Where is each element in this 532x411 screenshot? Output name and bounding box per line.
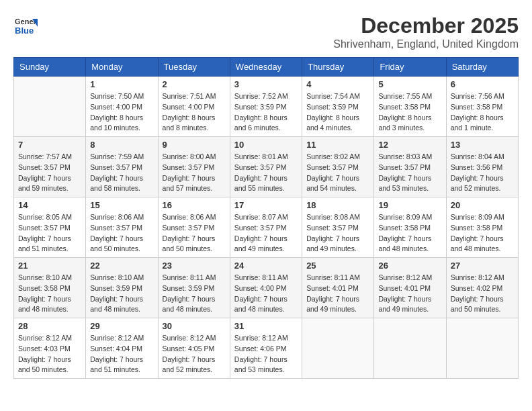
col-header-friday: Friday bbox=[374, 58, 446, 77]
day-info: Sunrise: 8:12 AMSunset: 4:05 PMDaylight:… bbox=[163, 333, 226, 375]
day-info: Sunrise: 8:10 AMSunset: 3:59 PMDaylight:… bbox=[90, 273, 153, 315]
calendar-cell bbox=[14, 77, 86, 137]
calendar-cell: 14Sunrise: 8:05 AMSunset: 3:57 PMDayligh… bbox=[14, 197, 86, 258]
day-number: 18 bbox=[306, 200, 369, 210]
day-info: Sunrise: 7:56 AMSunset: 3:58 PMDaylight:… bbox=[451, 91, 514, 134]
calendar-cell: 27Sunrise: 8:12 AMSunset: 4:02 PMDayligh… bbox=[446, 258, 518, 318]
calendar-cell: 4Sunrise: 7:54 AMSunset: 3:59 PMDaylight… bbox=[302, 77, 374, 137]
day-number: 6 bbox=[451, 79, 514, 89]
day-info: Sunrise: 8:11 AMSunset: 4:01 PMDaylight:… bbox=[306, 273, 369, 315]
calendar-cell: 13Sunrise: 8:04 AMSunset: 3:56 PMDayligh… bbox=[446, 137, 518, 197]
title-block: December 2025 Shrivenham, England, Unite… bbox=[333, 13, 519, 50]
calendar-cell: 21Sunrise: 8:10 AMSunset: 3:58 PMDayligh… bbox=[14, 258, 86, 318]
day-info: Sunrise: 8:09 AMSunset: 3:58 PMDaylight:… bbox=[451, 212, 514, 255]
day-info: Sunrise: 7:54 AMSunset: 3:59 PMDaylight:… bbox=[306, 91, 369, 134]
calendar-cell: 31Sunrise: 8:12 AMSunset: 4:06 PMDayligh… bbox=[230, 318, 302, 379]
day-number: 29 bbox=[90, 321, 153, 331]
day-info: Sunrise: 8:00 AMSunset: 3:57 PMDaylight:… bbox=[163, 152, 226, 194]
day-number: 23 bbox=[163, 261, 226, 271]
calendar-cell: 12Sunrise: 8:03 AMSunset: 3:57 PMDayligh… bbox=[374, 137, 446, 197]
day-number: 12 bbox=[378, 140, 441, 150]
calendar-cell bbox=[446, 318, 518, 379]
calendar-cell bbox=[302, 318, 374, 379]
calendar-cell bbox=[374, 318, 446, 379]
calendar-cell: 19Sunrise: 8:09 AMSunset: 3:58 PMDayligh… bbox=[374, 197, 446, 258]
calendar-cell: 2Sunrise: 7:51 AMSunset: 4:00 PMDaylight… bbox=[158, 77, 230, 137]
calendar-cell: 20Sunrise: 8:09 AMSunset: 3:58 PMDayligh… bbox=[446, 197, 518, 258]
day-number: 4 bbox=[306, 79, 369, 89]
day-number: 20 bbox=[451, 200, 514, 210]
day-number: 9 bbox=[163, 140, 226, 150]
day-number: 16 bbox=[163, 200, 226, 210]
day-info: Sunrise: 8:07 AMSunset: 3:57 PMDaylight:… bbox=[234, 212, 298, 255]
calendar-cell: 6Sunrise: 7:56 AMSunset: 3:58 PMDaylight… bbox=[446, 77, 518, 137]
day-info: Sunrise: 8:11 AMSunset: 3:59 PMDaylight:… bbox=[163, 273, 226, 315]
calendar-cell: 7Sunrise: 7:57 AMSunset: 3:57 PMDaylight… bbox=[14, 137, 86, 197]
day-info: Sunrise: 8:04 AMSunset: 3:56 PMDaylight:… bbox=[451, 152, 514, 194]
day-number: 2 bbox=[163, 79, 226, 89]
calendar-cell: 26Sunrise: 8:12 AMSunset: 4:01 PMDayligh… bbox=[374, 258, 446, 318]
day-number: 3 bbox=[234, 79, 298, 89]
day-number: 21 bbox=[18, 261, 81, 271]
day-number: 24 bbox=[234, 261, 298, 271]
calendar-cell: 29Sunrise: 8:12 AMSunset: 4:04 PMDayligh… bbox=[86, 318, 158, 379]
day-number: 27 bbox=[451, 261, 514, 271]
calendar-cell: 8Sunrise: 7:59 AMSunset: 3:57 PMDaylight… bbox=[86, 137, 158, 197]
day-info: Sunrise: 7:52 AMSunset: 3:59 PMDaylight:… bbox=[234, 91, 298, 134]
calendar-cell: 3Sunrise: 7:52 AMSunset: 3:59 PMDaylight… bbox=[230, 77, 302, 137]
day-info: Sunrise: 8:01 AMSunset: 3:57 PMDaylight:… bbox=[234, 152, 298, 194]
day-number: 8 bbox=[90, 140, 153, 150]
day-info: Sunrise: 8:06 AMSunset: 3:57 PMDaylight:… bbox=[163, 212, 226, 255]
col-header-tuesday: Tuesday bbox=[158, 58, 230, 77]
day-info: Sunrise: 8:09 AMSunset: 3:58 PMDaylight:… bbox=[378, 212, 441, 255]
calendar-cell: 22Sunrise: 8:10 AMSunset: 3:59 PMDayligh… bbox=[86, 258, 158, 318]
svg-text:Blue: Blue bbox=[15, 26, 34, 36]
col-header-wednesday: Wednesday bbox=[230, 58, 302, 77]
calendar-cell: 15Sunrise: 8:06 AMSunset: 3:57 PMDayligh… bbox=[86, 197, 158, 258]
calendar-cell: 24Sunrise: 8:11 AMSunset: 4:00 PMDayligh… bbox=[230, 258, 302, 318]
day-number: 17 bbox=[234, 200, 298, 210]
col-header-saturday: Saturday bbox=[446, 58, 518, 77]
day-number: 5 bbox=[378, 79, 441, 89]
day-number: 19 bbox=[378, 200, 441, 210]
day-info: Sunrise: 8:10 AMSunset: 3:58 PMDaylight:… bbox=[18, 273, 81, 315]
day-info: Sunrise: 8:03 AMSunset: 3:57 PMDaylight:… bbox=[378, 152, 441, 194]
day-number: 14 bbox=[18, 200, 81, 210]
day-number: 22 bbox=[90, 261, 153, 271]
day-info: Sunrise: 7:55 AMSunset: 3:58 PMDaylight:… bbox=[378, 91, 441, 134]
page-header: General Blue December 2025 Shrivenham, E… bbox=[13, 13, 519, 50]
day-info: Sunrise: 7:51 AMSunset: 4:00 PMDaylight:… bbox=[163, 91, 226, 134]
day-number: 31 bbox=[234, 321, 298, 331]
day-info: Sunrise: 8:06 AMSunset: 3:57 PMDaylight:… bbox=[90, 212, 153, 255]
calendar-cell: 23Sunrise: 8:11 AMSunset: 3:59 PMDayligh… bbox=[158, 258, 230, 318]
day-info: Sunrise: 8:12 AMSunset: 4:03 PMDaylight:… bbox=[18, 333, 81, 375]
day-number: 7 bbox=[18, 140, 81, 150]
logo: General Blue bbox=[13, 13, 40, 38]
col-header-sunday: Sunday bbox=[14, 58, 86, 77]
day-info: Sunrise: 8:08 AMSunset: 3:57 PMDaylight:… bbox=[306, 212, 369, 255]
calendar-table: SundayMondayTuesdayWednesdayThursdayFrid… bbox=[13, 57, 519, 379]
day-info: Sunrise: 8:12 AMSunset: 4:02 PMDaylight:… bbox=[451, 273, 514, 315]
day-number: 10 bbox=[234, 140, 298, 150]
day-info: Sunrise: 7:50 AMSunset: 4:00 PMDaylight:… bbox=[90, 91, 153, 134]
day-info: Sunrise: 7:59 AMSunset: 3:57 PMDaylight:… bbox=[90, 152, 153, 194]
calendar-cell: 28Sunrise: 8:12 AMSunset: 4:03 PMDayligh… bbox=[14, 318, 86, 379]
day-info: Sunrise: 8:12 AMSunset: 4:04 PMDaylight:… bbox=[90, 333, 153, 375]
calendar-cell: 10Sunrise: 8:01 AMSunset: 3:57 PMDayligh… bbox=[230, 137, 302, 197]
day-info: Sunrise: 7:57 AMSunset: 3:57 PMDaylight:… bbox=[18, 152, 81, 194]
calendar-cell: 9Sunrise: 8:00 AMSunset: 3:57 PMDaylight… bbox=[158, 137, 230, 197]
day-number: 15 bbox=[90, 200, 153, 210]
calendar-cell: 30Sunrise: 8:12 AMSunset: 4:05 PMDayligh… bbox=[158, 318, 230, 379]
day-info: Sunrise: 8:12 AMSunset: 4:01 PMDaylight:… bbox=[378, 273, 441, 315]
day-info: Sunrise: 8:05 AMSunset: 3:57 PMDaylight:… bbox=[18, 212, 81, 255]
day-number: 28 bbox=[18, 321, 81, 331]
col-header-thursday: Thursday bbox=[302, 58, 374, 77]
logo-icon: General Blue bbox=[13, 13, 38, 38]
calendar-cell: 1Sunrise: 7:50 AMSunset: 4:00 PMDaylight… bbox=[86, 77, 158, 137]
day-info: Sunrise: 8:12 AMSunset: 4:06 PMDaylight:… bbox=[234, 333, 298, 375]
day-info: Sunrise: 8:11 AMSunset: 4:00 PMDaylight:… bbox=[234, 273, 298, 315]
calendar-cell: 18Sunrise: 8:08 AMSunset: 3:57 PMDayligh… bbox=[302, 197, 374, 258]
calendar-cell: 25Sunrise: 8:11 AMSunset: 4:01 PMDayligh… bbox=[302, 258, 374, 318]
day-number: 25 bbox=[306, 261, 369, 271]
day-number: 26 bbox=[378, 261, 441, 271]
